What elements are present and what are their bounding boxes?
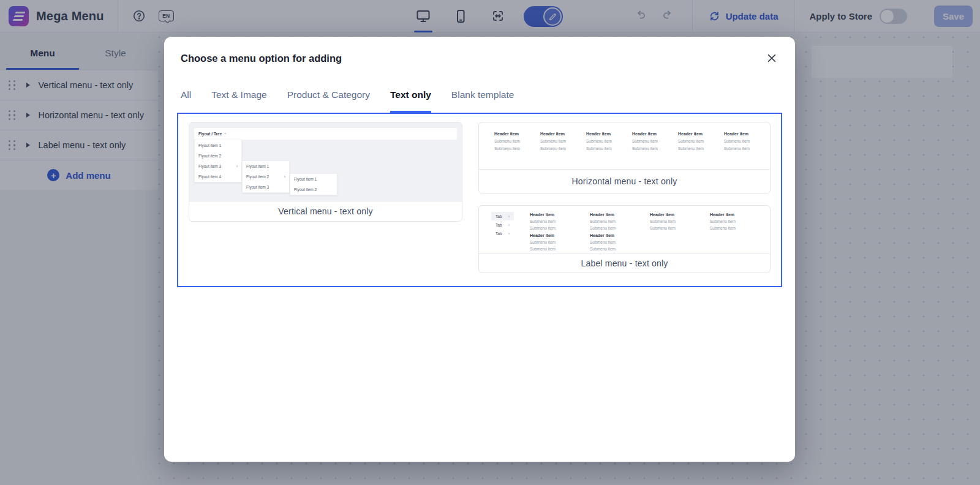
preview-flyout-level-3: Flyout item 1 Flyout item 2 [290,173,337,195]
horizontal-menu-preview: Header itemSubmenu itemSubmenu item Head… [479,122,770,169]
template-selection-area: Flyout / Tree Flyout item 1 Flyout item … [177,113,782,287]
modal-title: Choose a menu option for adding [181,53,342,64]
template-caption: Horizontal menu - text only [479,169,770,193]
label-menu-preview: Tab Tab Tab Header itemSubmenu itemSubme… [479,206,770,254]
preview-flyout-level-2: Flyout item 1 Flyout item 2 Flyout item … [242,160,290,193]
tab-blank-template[interactable]: Blank template [451,89,514,113]
tab-text-only[interactable]: Text only [390,89,431,113]
tab-text-image[interactable]: Text & Image [211,89,266,113]
template-card-label-menu[interactable]: Tab Tab Tab Header itemSubmenu itemSubme… [478,205,771,273]
preview-submenu-grid: Header itemSubmenu itemSubmenu item Head… [530,212,770,254]
preview-flyout-level-1: Flyout item 1 Flyout item 2 Flyout item … [194,140,242,182]
close-icon[interactable] [766,51,779,65]
preview-toolbar: Flyout / Tree [194,128,457,140]
vertical-menu-preview: Flyout / Tree Flyout item 1 Flyout item … [189,122,462,201]
template-caption: Vertical menu - text only [189,201,462,221]
add-menu-modal: Choose a menu option for adding All Text… [164,37,795,462]
tab-all[interactable]: All [181,89,191,113]
preview-tab-list: Tab Tab Tab [491,212,514,254]
modal-tabs: All Text & Image Product & Category Text… [164,89,795,113]
template-caption: Label menu - text only [479,254,770,273]
template-card-horizontal-menu[interactable]: Header itemSubmenu itemSubmenu item Head… [478,122,771,194]
template-card-vertical-menu[interactable]: Flyout / Tree Flyout item 1 Flyout item … [189,122,462,222]
tab-product-category[interactable]: Product & Category [287,89,370,113]
dropdown-caret-icon [224,132,227,136]
